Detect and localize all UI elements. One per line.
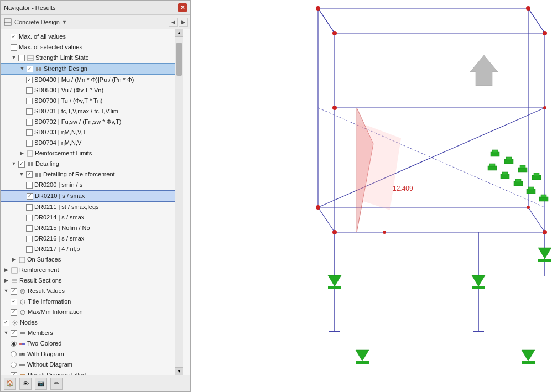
radio-two-colored[interactable] <box>11 341 17 347</box>
checkbox-sd0701[interactable] <box>26 108 33 115</box>
expand-icon[interactable]: ▶ <box>11 257 17 263</box>
svg-rect-13 <box>12 268 17 273</box>
checkbox-result-values[interactable] <box>11 288 17 295</box>
collapse-icon[interactable]: ▼ <box>18 171 25 178</box>
list-item[interactable]: ▶ On Surfaces <box>1 254 183 265</box>
checkbox-max-selected[interactable] <box>11 44 17 51</box>
collapse-icon[interactable]: ▼ <box>11 161 17 168</box>
checkbox-sd0400[interactable] <box>26 77 33 83</box>
checkbox-sd0702[interactable] <box>26 119 33 126</box>
list-item[interactable]: ▼ Detailing <box>1 159 183 169</box>
nav-prev-button[interactable]: ◀ <box>169 18 178 27</box>
list-item[interactable]: ▼ Strength Limit State <box>1 53 183 63</box>
collapse-icon[interactable]: ▼ <box>11 55 17 61</box>
checkbox-strength-limit[interactable] <box>18 55 25 61</box>
collapse-icon[interactable]: ▼ <box>19 66 25 72</box>
item-label: Members <box>28 328 53 338</box>
svg-rect-8 <box>28 162 30 166</box>
list-item[interactable]: Without Diagram <box>1 359 183 370</box>
checkbox-sd0700[interactable] <box>26 98 33 104</box>
close-button[interactable]: ✕ <box>178 3 187 12</box>
checkbox-maxmin-info[interactable] <box>11 309 17 316</box>
list-item[interactable]: ▼ Members <box>1 328 183 338</box>
list-item[interactable]: SD0703 | ηM,N,V,T <box>1 127 183 138</box>
list-item[interactable]: i Max/Min Information <box>1 307 183 317</box>
list-item[interactable]: Max. of selected values <box>1 42 183 53</box>
list-item[interactable]: DR0217 | 4 / nl,b <box>1 244 183 254</box>
checkbox-detailing[interactable] <box>18 161 25 168</box>
list-item[interactable]: DR0200 | smin / s <box>1 180 183 190</box>
checkbox-sd0500[interactable] <box>26 87 33 94</box>
item-label: SD0703 | ηM,N,V,T <box>34 128 86 137</box>
list-item[interactable]: DR0211 | st / smax,legs <box>1 202 183 212</box>
scroll-up-button[interactable]: ▲ <box>175 29 183 37</box>
detailing-icon <box>27 160 34 168</box>
pen-button[interactable]: ✏ <box>50 378 63 390</box>
scroll-thumb[interactable] <box>176 43 182 76</box>
svg-rect-10 <box>35 173 38 177</box>
checkbox-detailing-reinf[interactable] <box>26 171 33 178</box>
list-item[interactable]: Max. of all values <box>1 32 183 42</box>
list-item[interactable]: SD0704 | ηM,N,V <box>1 138 183 148</box>
checkbox-dr0210[interactable] <box>27 193 33 200</box>
checkbox-dr0200[interactable] <box>26 182 33 189</box>
list-item[interactable]: SD0702 | Fu,sw / (Fn,sw * Φv,T) <box>1 117 183 127</box>
checkbox-nodes[interactable] <box>3 320 9 326</box>
checkbox-sd0704[interactable] <box>26 140 33 147</box>
checkbox-dr0211[interactable] <box>26 204 33 211</box>
list-item[interactable]: Two-Colored <box>1 338 183 349</box>
radio-with-diagram[interactable] <box>11 351 17 357</box>
checkbox-dr0216[interactable] <box>26 236 33 242</box>
checkbox-dr0214[interactable] <box>26 215 33 221</box>
list-item[interactable]: DR0214 | s / smax <box>1 212 183 223</box>
item-label: Title Information <box>28 297 71 306</box>
node-icon <box>11 319 19 327</box>
list-item[interactable]: SD0701 | fc,T,V,max / fc,T,V,lim <box>1 106 183 117</box>
expand-icon[interactable]: ▶ <box>3 278 9 284</box>
list-item[interactable]: DR0215 | Nolim / No <box>1 223 183 233</box>
list-item[interactable]: ▶ Result Sections <box>1 275 183 286</box>
home-button[interactable]: 🏠 <box>4 378 16 390</box>
list-item[interactable]: With Diagram <box>1 349 183 359</box>
node-icon <box>26 150 34 158</box>
concrete-design-dropdown[interactable]: Concrete Design <box>14 19 60 25</box>
detailing-reinf-icon <box>34 171 42 179</box>
checkbox-title-info[interactable] <box>11 299 17 305</box>
list-item[interactable]: SD0400 | Mu / (Mn * Φ)|Pu / (Pn * Φ) <box>1 75 183 85</box>
nav-next-button[interactable]: ▶ <box>179 18 188 27</box>
checkbox-sd0703[interactable] <box>26 129 33 136</box>
scroll-down-button[interactable]: ▼ <box>175 367 183 375</box>
dropdown-arrow-icon[interactable]: ▼ <box>62 19 67 25</box>
expand-icon[interactable]: ▶ <box>18 150 25 157</box>
node-icon <box>11 277 18 285</box>
checkbox-strength-design[interactable] <box>27 66 33 72</box>
item-label: DR0200 | smin / s <box>34 180 82 190</box>
checkbox-dr0217[interactable] <box>26 246 33 253</box>
list-item[interactable]: ▶ Reinforcement Limits <box>1 148 183 159</box>
list-item[interactable]: ▼ R Result Values <box>1 286 183 296</box>
tree-container[interactable]: Max. of all values Max. of selected valu… <box>1 29 190 375</box>
camera-button[interactable]: 📷 <box>35 378 47 390</box>
checkbox-max-all[interactable] <box>11 34 17 40</box>
list-item[interactable]: i Title Information <box>1 296 183 307</box>
collapse-icon[interactable]: ▼ <box>3 288 9 295</box>
collapse-icon[interactable]: ▼ <box>3 330 9 337</box>
list-item[interactable]: SD0700 | Tu / (Φv,T * Tn) <box>1 96 183 106</box>
svg-point-63 <box>332 230 337 234</box>
list-item[interactable]: ▼ Strength Design <box>1 63 183 75</box>
svg-rect-81 <box>506 157 512 160</box>
radio-without-diagram[interactable] <box>11 362 17 368</box>
checkbox-members[interactable] <box>11 330 17 337</box>
checkbox-dr0215[interactable] <box>26 225 33 232</box>
list-item[interactable]: DR0210 | s / smax <box>1 190 183 202</box>
expand-icon[interactable]: ▶ <box>3 267 9 274</box>
list-item[interactable]: ▶ Reinforcement <box>1 265 183 275</box>
list-item[interactable]: SD0500 | Vu / (Φv,T * Vn) <box>1 85 183 96</box>
list-item[interactable]: ▼ Detailing of Reinforcement <box>1 169 183 180</box>
list-item[interactable]: DR0216 | s / smax <box>1 233 183 244</box>
list-item[interactable]: Result Diagram Filled <box>1 370 183 375</box>
svg-point-55 <box>316 6 320 11</box>
item-label: SD0500 | Vu / (Φv,T * Vn) <box>34 86 103 95</box>
eye-button[interactable]: 👁 <box>19 378 32 390</box>
list-item[interactable]: Nodes <box>1 317 183 328</box>
